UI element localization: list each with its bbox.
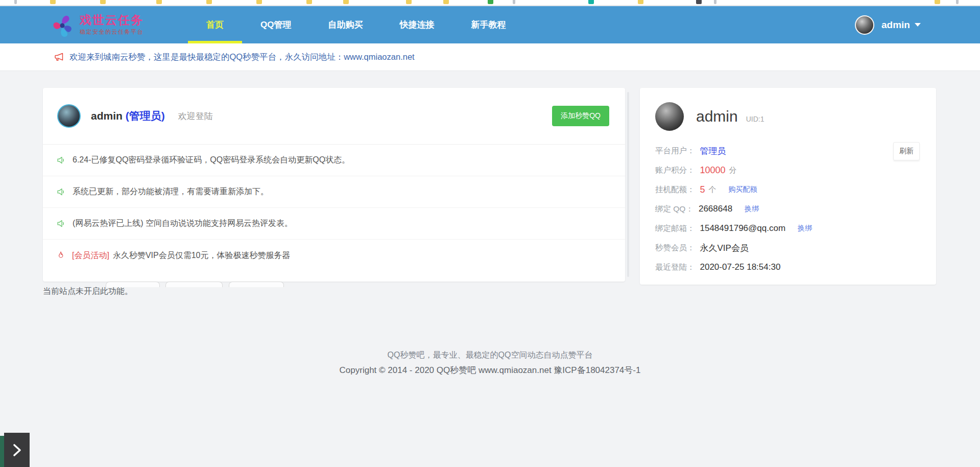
chevron-right-icon [12,443,22,457]
row-value: 永久VIP会员 [700,242,749,254]
bookmark-favicon-icon[interactable] [956,0,959,4]
speaker-icon [56,187,66,197]
user-role: 管理员 [129,110,161,122]
user-info-row: 平台用户： 管理员 [655,141,921,160]
bookmark-favicon-icon[interactable] [306,0,312,4]
chevron-down-icon [915,23,921,27]
row-label: 挂机配额： [655,184,695,195]
bookmark-favicon-icon[interactable] [588,0,594,4]
user-card: admin UID:1 刷新 平台用户： 管理员 账户积分： 10000 分 挂… [640,88,936,285]
row-value: 管理员 [700,145,726,157]
add-qq-button[interactable]: 添加秒赞QQ [552,106,609,126]
logo-icon [51,12,75,38]
row-unit: 分 [729,166,737,175]
row-label: 账户积分： [655,165,695,176]
row-label: 绑定邮箱： [655,223,695,234]
fire-icon [56,251,65,260]
site-logo[interactable]: 戏世云任务 稳定安全的云任务平台 [51,6,144,43]
welcome-card: admin (管理员) 欢迎登陆 添加秒赞QQ 6.24-已修复QQ密码登录循环… [43,88,625,282]
site-notice-text: 当前站点未开启此功能。 [43,286,133,297]
row-value: 5 [700,184,705,195]
bookmark-favicon-icon[interactable] [50,0,56,4]
announcement-text: 欢迎来到城南云秒赞，这里是最快最稳定的QQ秒赞平台，永久访问地址：www.qmi… [69,52,415,63]
bookmark-favicon-icon[interactable] [714,0,716,4]
tab-stub[interactable] [165,282,223,287]
row-action-link[interactable]: 购买配额 [729,185,757,194]
footer: QQ秒赞吧，最专业、最稳定的QQ空间动态自动点赞平台 Copyright © 2… [0,347,980,378]
nav-item[interactable]: 首页 [188,6,242,43]
user-menu[interactable]: admin [855,6,921,43]
speaker-icon [56,219,66,228]
speaker-icon [56,155,66,165]
bookmark-favicon-icon[interactable] [443,0,449,4]
logo-subtitle: 稳定安全的云任务平台 [80,28,144,36]
row-action-link[interactable]: 换绑 [745,204,759,214]
bookmark-favicon-icon[interactable] [696,0,702,4]
row-value: 2668648 [699,204,732,214]
bookmark-favicon-icon[interactable] [935,0,940,4]
user-info-row: 绑定 QQ： 2668648 换绑 [655,199,921,219]
notice-text: 6.24-已修复QQ密码登录循环验证码，QQ密码登录系统会自动更新QQ状态。 [73,155,350,166]
nav-item[interactable]: 自助购买 [309,6,381,43]
tab-stub[interactable] [229,282,284,287]
notice-tag: [会员活动] [72,250,109,261]
avatar [57,104,81,128]
nav-item[interactable]: 新手教程 [452,6,524,43]
avatar [655,102,684,131]
nav-item[interactable]: QQ管理 [242,6,309,43]
footer-copyright: Copyright © 2014 - 2020 QQ秒赞吧 www.qmiaoz… [0,363,980,378]
bookmark-favicon-icon[interactable] [343,0,349,4]
user-info-row: 挂机配额： 5 个 购买配额 [655,180,921,199]
sidebar-accent-bar [0,436,4,467]
row-label: 秒赞会员： [655,243,695,253]
user-info-list: 平台用户： 管理员 账户积分： 10000 分 挂机配额： 5 个 购买配额 绑… [655,141,921,277]
user-name: admin [696,108,738,125]
row-value: 2020-07-25 18:54:30 [700,262,781,272]
notice-item: 系统已更新，部分功能被清理，有需要请重新添加下。 [43,176,625,208]
row-unit: 个 [709,185,716,195]
nav-menu: 首页QQ管理自助购买快捷连接新手教程 [188,6,524,43]
avatar [855,15,874,35]
user-uid: UID:1 [746,115,764,123]
user-info-row: 秒赞会员： 永久VIP会员 [655,238,921,258]
announcement-bar: 欢迎来到城南云秒赞，这里是最快最稳定的QQ秒赞平台，永久访问地址：www.qmi… [0,43,980,71]
sidebar-toggle-button[interactable] [4,433,30,467]
bookmark-favicon-icon[interactable] [156,0,162,4]
footer-slogan: QQ秒赞吧，最专业、最稳定的QQ空间动态自动点赞平台 [0,347,980,363]
bookmark-favicon-icon[interactable] [406,0,412,4]
user-info-row: 账户积分： 10000 分 [655,160,921,180]
nav-item[interactable]: 快捷连接 [381,6,452,43]
row-label: 平台用户： [655,146,695,156]
notice-item: 6.24-已修复QQ密码登录循环验证码，QQ密码登录系统会自动更新QQ状态。 [43,145,625,176]
user-name: admin [881,19,910,31]
user-name: admin (管理员) [91,109,165,123]
notice-item: [会员活动] 永久秒赞VIP会员仅需10元，体验极速秒赞服务器 [43,240,625,271]
user-card-header: admin UID:1 [655,102,921,131]
row-label: 最近登陆： [655,262,695,273]
bookmark-favicon-icon[interactable] [488,0,493,4]
row-action-link[interactable]: 换绑 [798,224,812,233]
scrollbar[interactable] [627,92,629,277]
megaphone-icon [54,52,64,62]
navbar: 戏世云任务 稳定安全的云任务平台 首页QQ管理自助购买快捷连接新手教程 admi… [0,6,980,43]
user-info-row: 最近登陆： 2020-07-25 18:54:30 [655,258,921,277]
bookmark-favicon-icon[interactable] [14,0,17,4]
bookmark-favicon-icon[interactable] [100,0,106,4]
bookmark-favicon-icon[interactable] [206,0,212,4]
notice-list: 6.24-已修复QQ密码登录循环验证码，QQ密码登录系统会自动更新QQ状态。 系… [43,145,625,271]
refresh-button[interactable]: 刷新 [893,142,920,160]
bookmarks-strip [0,0,980,6]
notice-text: 系统已更新，部分功能被清理，有需要请重新添加下。 [73,186,269,197]
bookmark-favicon-icon[interactable] [256,0,262,4]
notice-item: (网易云热评已上线) 空间自动说说功能支持网易云热评发表。 [43,208,625,240]
user-info-row: 绑定邮箱： 1548491796@qq.com 换绑 [655,219,921,238]
notice-text: (网易云热评已上线) 空间自动说说功能支持网易云热评发表。 [73,218,293,229]
row-value: 10000 [700,165,726,176]
welcome-card-header: admin (管理员) 欢迎登陆 添加秒赞QQ [43,88,625,145]
bookmark-favicon-icon[interactable] [513,0,515,4]
row-value: 1548491796@qq.com [700,223,786,233]
logo-title: 戏世云任务 [80,14,144,27]
bookmark-favicon-icon[interactable] [638,0,643,4]
notice-text: 永久秒赞VIP会员仅需10元，体验极速秒赞服务器 [113,250,291,261]
row-label: 绑定 QQ： [655,204,694,215]
